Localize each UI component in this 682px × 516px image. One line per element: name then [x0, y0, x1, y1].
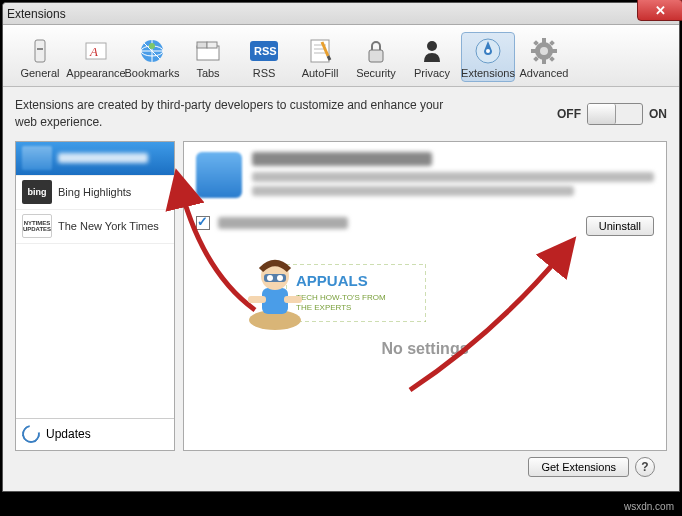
extension-item-nyt[interactable]: NYTIMESUPDATES The New York Times	[16, 210, 174, 244]
get-extensions-button[interactable]: Get Extensions	[528, 457, 629, 477]
close-button[interactable]: ✕	[637, 0, 682, 21]
extensions-window: Extensions ✕ General A Appearance Bookma…	[2, 2, 680, 492]
privacy-icon	[418, 37, 446, 65]
bookmarks-icon	[138, 37, 166, 65]
svg-text:A: A	[89, 44, 98, 59]
titlebar: Extensions ✕	[3, 3, 679, 25]
switch-knob	[588, 104, 616, 124]
master-toggle: OFF ON	[557, 103, 667, 125]
svg-rect-23	[542, 59, 546, 64]
tab-advanced[interactable]: Advanced	[517, 32, 571, 82]
rss-icon: RSS	[250, 37, 278, 65]
toolbar: General A Appearance Bookmarks Tabs RSS …	[3, 25, 679, 87]
enable-checkbox[interactable]	[196, 216, 210, 230]
general-icon	[26, 37, 54, 65]
svg-rect-0	[35, 40, 45, 62]
svg-rect-22	[542, 38, 546, 43]
svg-rect-16	[369, 50, 383, 62]
extension-desc-line	[252, 186, 574, 196]
tab-appearance[interactable]: A Appearance	[69, 32, 123, 82]
tab-autofill[interactable]: AutoFill	[293, 32, 347, 82]
help-button[interactable]: ?	[635, 457, 655, 477]
close-icon: ✕	[655, 3, 666, 18]
svg-rect-8	[197, 42, 207, 48]
extension-item-selected[interactable]	[16, 142, 174, 176]
gear-icon	[530, 37, 558, 65]
tab-security[interactable]: Security	[349, 32, 403, 82]
on-off-switch[interactable]	[587, 103, 643, 125]
on-label: ON	[649, 107, 667, 121]
tabs-icon	[194, 37, 222, 65]
extension-detail: Uninstall No settings	[183, 141, 667, 451]
svg-rect-1	[37, 48, 43, 50]
no-settings-text: No settings	[196, 340, 654, 358]
svg-point-17	[427, 41, 437, 51]
svg-point-6	[149, 43, 155, 49]
tab-extensions[interactable]: Extensions	[461, 32, 515, 82]
window-title: Extensions	[7, 7, 66, 21]
updates-label: Updates	[46, 427, 91, 441]
bing-icon: bing	[22, 180, 52, 204]
extension-label	[58, 153, 148, 163]
updates-item[interactable]: Updates	[16, 418, 174, 450]
extension-title	[252, 152, 432, 166]
extensions-icon	[474, 37, 502, 65]
info-text: Extensions are created by third-party de…	[15, 97, 445, 131]
autofill-icon	[306, 37, 334, 65]
svg-rect-9	[207, 42, 217, 48]
svg-point-21	[540, 47, 548, 55]
content-area: Extensions are created by third-party de…	[3, 87, 679, 483]
extension-app-text	[252, 152, 654, 200]
lock-icon	[362, 37, 390, 65]
svg-point-19	[486, 49, 490, 53]
tab-rss[interactable]: RSS RSS	[237, 32, 291, 82]
uninstall-button[interactable]: Uninstall	[586, 216, 654, 236]
off-label: OFF	[557, 107, 581, 121]
extension-icon	[22, 146, 52, 170]
svg-rect-24	[531, 49, 536, 53]
tab-bookmarks[interactable]: Bookmarks	[125, 32, 179, 82]
extensions-sidebar: bing Bing Highlights NYTIMESUPDATES The …	[15, 141, 175, 451]
svg-text:RSS: RSS	[254, 45, 277, 57]
attribution-text: wsxdn.com	[624, 501, 674, 512]
tab-tabs[interactable]: Tabs	[181, 32, 235, 82]
enable-label	[218, 217, 348, 229]
extension-label: The New York Times	[58, 220, 159, 232]
svg-rect-25	[552, 49, 557, 53]
info-row: Extensions are created by third-party de…	[15, 97, 667, 131]
extension-app-icon	[196, 152, 242, 198]
footer: Get Extensions ?	[15, 451, 667, 477]
extension-label: Bing Highlights	[58, 186, 131, 198]
updates-icon	[18, 422, 43, 447]
nyt-icon: NYTIMESUPDATES	[22, 214, 52, 238]
tab-general[interactable]: General	[13, 32, 67, 82]
appearance-icon: A	[82, 37, 110, 65]
extension-desc-line	[252, 172, 654, 182]
tab-privacy[interactable]: Privacy	[405, 32, 459, 82]
detail-header	[196, 152, 654, 200]
extension-item-bing[interactable]: bing Bing Highlights	[16, 176, 174, 210]
panes: bing Bing Highlights NYTIMESUPDATES The …	[15, 141, 667, 451]
